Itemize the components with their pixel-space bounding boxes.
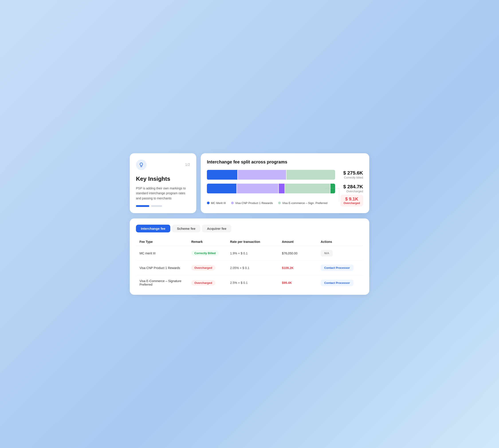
col-rate: Rate per transaction — [230, 240, 282, 243]
table-row-1: MC merit III Correctly Billed 1.9% + $ 0… — [136, 246, 363, 261]
action-2: Contact Processor — [321, 265, 359, 271]
chart-legend: MC Merit III Visa CNP Product 1 Rewards … — [207, 201, 363, 205]
stacked-bar-1 — [207, 170, 335, 180]
bar-dark-purple-2 — [279, 184, 285, 193]
insights-text: PSP is adding their own markings to stan… — [136, 186, 190, 201]
progress-dot-active — [136, 205, 149, 207]
col-fee-type: Fee Type — [140, 240, 191, 243]
amount-3: $99.4K — [282, 281, 321, 285]
bar-purple-1 — [238, 170, 286, 180]
rate-1: 1.9% + $ 0.1 — [230, 252, 282, 255]
tab-scheme-fee[interactable]: Scheme fee — [172, 225, 200, 232]
legend-item-2: Visa CNP Product 1 Rewards — [231, 201, 273, 205]
bar-purple-2 — [237, 184, 278, 193]
col-amount: Amount — [282, 240, 321, 243]
progress-dot-inactive — [151, 205, 162, 207]
dashed-line-svg — [312, 188, 339, 201]
badge-correctly-billed: Correctly Billed — [191, 250, 219, 256]
fee-table: Fee Type Remark Rate per transaction Amo… — [136, 238, 363, 290]
chart-title: Interchange fee split across programs — [207, 160, 363, 165]
remark-1: Correctly Billed — [191, 250, 230, 256]
table-header: Fee Type Remark Rate per transaction Amo… — [136, 238, 363, 246]
legend-dot-3 — [278, 202, 281, 204]
fee-type-3: Visa E-Commerce – Signature Preferred — [140, 279, 191, 286]
tab-interchange-fee[interactable]: Interchange fee — [136, 225, 170, 232]
chart-row-2: $ 284.7K Overcharged — [207, 184, 363, 193]
key-insights-card: 1/2 Key Insights PSP is adding their own… — [130, 153, 196, 213]
insights-body: PSP is adding their own markings to stan… — [136, 186, 190, 207]
legend-label-3: Visa E-commerce – Sign. Preferred — [282, 201, 327, 205]
bar-amount-1: $ 275.6K — [343, 170, 363, 176]
chart-row-1: $ 275.6K Correctly billed — [207, 170, 363, 180]
fee-type-2: Visa CNP Product 1 Rewards — [140, 266, 191, 270]
bottom-card: Interchange fee Scheme fee Acquirer fee … — [130, 218, 369, 295]
overcharge-bubble: $ 9.1K Overcharged — [340, 195, 363, 207]
legend-item-3: Visa E-commerce – Sign. Preferred — [278, 201, 327, 205]
legend-label-1: MC Merit III — [211, 201, 226, 205]
chart-card: Interchange fee split across programs $ … — [201, 153, 369, 213]
action-button-contact-1[interactable]: Contact Processor — [321, 265, 354, 271]
tab-acquirer-fee[interactable]: Acquirer fee — [202, 225, 231, 232]
action-1: N/A — [321, 250, 359, 256]
remark-2: Overcharged — [191, 265, 230, 271]
legend-item-1: MC Merit III — [207, 201, 226, 205]
bar-green-1 — [287, 170, 335, 180]
overcharge-label: Overcharged — [343, 202, 360, 205]
bar-amount-2: $ 284.7K — [343, 184, 363, 190]
legend-label-2: Visa CNP Product 1 Rewards — [235, 201, 273, 205]
tabs: Interchange fee Scheme fee Acquirer fee — [136, 225, 363, 232]
col-actions: Actions — [321, 240, 359, 243]
col-remark: Remark — [191, 240, 230, 243]
page-indicator: 1/2 — [185, 163, 190, 167]
bar-label-2: $ 284.7K Overcharged — [339, 184, 363, 193]
fee-type-1: MC merit III — [140, 252, 191, 255]
main-container: 1/2 Key Insights PSP is adding their own… — [130, 153, 369, 295]
rate-2: 2.05% + $ 0.1 — [230, 266, 282, 270]
action-button-na-1[interactable]: N/A — [321, 250, 333, 256]
amount-1: $76,050.00 — [282, 252, 321, 255]
lightbulb-icon — [136, 160, 146, 170]
action-button-contact-2[interactable]: Contact Processor — [321, 280, 354, 286]
top-row: 1/2 Key Insights PSP is adding their own… — [130, 153, 369, 213]
legend-dot-2 — [231, 202, 234, 204]
badge-overcharged-1: Overcharged — [191, 265, 215, 271]
rate-3: 2.5% + $ 0.1 — [230, 281, 282, 285]
remark-3: Overcharged — [191, 280, 230, 286]
chart-row-2-wrap: $ 284.7K Overcharged $ 9.1K Overcharged — [207, 184, 363, 193]
overcharge-amount: $ 9.1K — [343, 196, 360, 202]
table-row-2: Visa CNP Product 1 Rewards Overcharged 2… — [136, 261, 363, 275]
bar-label-1: $ 275.6K Correctly billed — [339, 170, 363, 179]
bar-blue-1 — [207, 170, 237, 180]
legend-dot-1 — [207, 202, 209, 204]
action-3: Contact Processor — [321, 280, 359, 286]
progress-dots — [136, 205, 190, 207]
insights-title: Key Insights — [136, 176, 190, 182]
bar-blue-2 — [207, 184, 236, 193]
table-row-3: Visa E-Commerce – Signature Preferred Ov… — [136, 275, 363, 290]
amount-2: $109.2K — [282, 266, 321, 270]
insights-header: 1/2 — [136, 160, 190, 170]
badge-overcharged-2: Overcharged — [191, 280, 215, 286]
bar-sublabel-2: Overcharged — [346, 190, 363, 193]
bar-sublabel-1: Correctly billed — [344, 176, 363, 179]
